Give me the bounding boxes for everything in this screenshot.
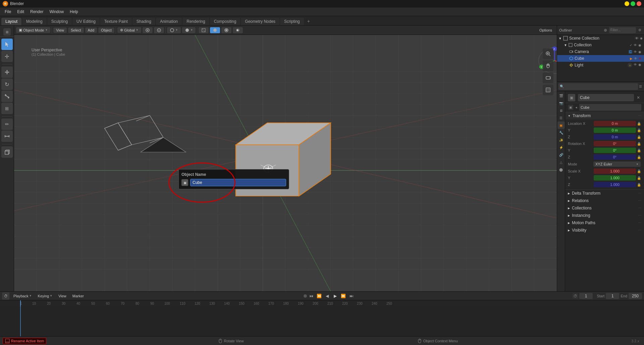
nav-ortho-view[interactable]: [543, 85, 553, 95]
tab-animation[interactable]: Animation: [156, 18, 182, 25]
tl-marker-menu[interactable]: Marker: [70, 293, 86, 299]
prop-tab-view-layer[interactable]: ☰: [557, 114, 565, 121]
outliner-collection[interactable]: ▼ Collection ✓ 👁 ◉: [557, 42, 644, 48]
prop-location-z[interactable]: 0 m: [594, 134, 636, 140]
view-menu[interactable]: View: [53, 28, 67, 33]
prop-data-type-icon[interactable]: ▣: [568, 105, 573, 110]
prop-delta-transform[interactable]: ▶ Delta Transform ⋯: [565, 190, 644, 197]
prop-scale-x-lock[interactable]: 🔒: [637, 169, 641, 174]
nav-zoom-to-selected[interactable]: [543, 48, 553, 59]
prop-location-y-lock[interactable]: 🔒: [637, 128, 641, 133]
tl-start-val[interactable]: 1: [606, 293, 619, 299]
tool-select[interactable]: [1, 39, 13, 50]
prop-rotation-z[interactable]: 0°: [594, 154, 636, 160]
viewport-options[interactable]: Options: [537, 28, 555, 33]
prop-motion-paths[interactable]: ▶ Motion Paths ⋯: [565, 219, 644, 227]
prop-tab-modifier[interactable]: 🔧: [557, 129, 565, 136]
prop-transform-header[interactable]: ▼ Transform ⋯: [565, 112, 644, 119]
prop-tab-scene[interactable]: 🎬: [557, 92, 565, 99]
outliner-search[interactable]: [609, 27, 636, 33]
tl-end-val[interactable]: 250: [629, 293, 642, 299]
timeline-tracks[interactable]: [0, 306, 644, 336]
prop-rotation-mode[interactable]: XYZ Euler ▼: [593, 161, 641, 167]
prop-data-nav[interactable]: ◄: [575, 106, 578, 109]
tl-view-menu[interactable]: View: [56, 293, 68, 299]
tab-shading[interactable]: Shading: [132, 18, 155, 25]
prop-visibility[interactable]: ▶ Visibility ⋯: [565, 227, 644, 234]
prop-rotation-x-lock[interactable]: 🔒: [637, 141, 641, 146]
tl-keying-menu[interactable]: Keying ▼: [36, 293, 55, 299]
tab-texture-paint[interactable]: Texture Paint: [100, 18, 132, 25]
tl-current-frame-icon[interactable]: ⏱: [573, 293, 578, 299]
tl-play[interactable]: ▶: [332, 292, 339, 300]
tool-add-cube[interactable]: [1, 146, 13, 158]
tool-measure[interactable]: [1, 131, 13, 142]
prop-location-y[interactable]: 0 m: [594, 128, 636, 133]
tl-play-reverse[interactable]: ◀: [324, 292, 331, 300]
prop-rotation-z-lock[interactable]: 🔒: [637, 155, 641, 159]
prop-scale-x[interactable]: 1.000: [594, 168, 636, 174]
proportional-edit[interactable]: [154, 27, 164, 33]
prop-tab-object-data[interactable]: △: [557, 158, 565, 166]
menu-help[interactable]: Help: [67, 9, 81, 15]
prop-tab-constraints[interactable]: 🔗: [557, 151, 565, 158]
prop-tab-output[interactable]: 🖥: [557, 107, 565, 114]
tab-geometry-nodes[interactable]: Geometry Nodes: [241, 18, 279, 25]
menu-file[interactable]: File: [2, 9, 14, 15]
tool-transform[interactable]: ⊞: [1, 103, 13, 114]
tool-cursor[interactable]: ✛: [1, 51, 13, 62]
prop-tab-render[interactable]: 📷: [557, 99, 565, 107]
minimize-button[interactable]: [625, 1, 629, 6]
prop-scale-z-lock[interactable]: 🔒: [637, 182, 641, 187]
tl-step-forward[interactable]: ⏩: [340, 292, 347, 300]
menu-edit[interactable]: Edit: [14, 9, 27, 15]
outliner-filter[interactable]: ⊕: [602, 27, 608, 33]
properties-search[interactable]: [558, 83, 638, 90]
timeline-type-selector[interactable]: ⏱: [2, 292, 9, 300]
object-name-input[interactable]: [190, 179, 286, 186]
tool-move[interactable]: [1, 66, 13, 78]
nav-hand[interactable]: [543, 60, 553, 71]
add-menu[interactable]: Add: [85, 28, 97, 33]
tool-rotate[interactable]: ↻: [1, 79, 13, 90]
prop-rotation-y-lock[interactable]: 🔒: [637, 148, 641, 153]
rename-active-item-button[interactable]: Rename Active Item: [3, 338, 46, 344]
nav-camera-view[interactable]: [543, 72, 553, 83]
close-button[interactable]: [637, 1, 641, 6]
prop-location-x[interactable]: 0 m: [594, 121, 636, 126]
prop-object-name-field[interactable]: [578, 94, 634, 101]
tab-rendering[interactable]: Rendering: [182, 18, 209, 25]
frame-indicator[interactable]: 1: [579, 293, 593, 299]
prop-name-lock[interactable]: ✕: [635, 95, 641, 101]
tab-scripting[interactable]: Scripting: [280, 18, 304, 25]
material-shading[interactable]: [221, 27, 231, 33]
select-menu[interactable]: Select: [68, 28, 84, 33]
overlay-toggle[interactable]: ▼: [167, 27, 181, 33]
tab-compositing[interactable]: Compositing: [210, 18, 240, 25]
props-settings[interactable]: ☰: [638, 84, 643, 89]
prop-instancing[interactable]: ▶ Instancing ⋯: [565, 212, 644, 219]
solid-shading[interactable]: [210, 27, 220, 33]
prop-rotation-y[interactable]: 0°: [594, 148, 636, 153]
tl-jump-start[interactable]: ⏮: [308, 292, 315, 300]
tab-sculpting[interactable]: Sculpting: [47, 18, 72, 25]
prop-tab-physics[interactable]: ⚡: [557, 144, 565, 151]
tool-annotate[interactable]: ✏: [1, 118, 13, 130]
rendered-shading[interactable]: [233, 27, 243, 33]
add-workspace-button[interactable]: +: [305, 17, 313, 25]
scene-collection-header[interactable]: ▼ Scene Collection 👁 ◉: [557, 35, 644, 42]
prop-tab-object[interactable]: ▣: [557, 121, 565, 129]
menu-window[interactable]: Window: [47, 9, 66, 15]
prop-rotation-x[interactable]: 0°: [594, 141, 636, 146]
maximize-button[interactable]: [631, 1, 635, 6]
object-menu[interactable]: Object: [98, 28, 114, 33]
tl-jump-end[interactable]: ⏭: [348, 292, 355, 300]
prop-tab-material[interactable]: ⬤: [557, 166, 565, 173]
outliner-light[interactable]: Light ○ 👁 ◉: [557, 62, 644, 68]
prop-location-z-lock[interactable]: 🔒: [637, 135, 641, 139]
tab-modeling[interactable]: Modeling: [22, 18, 47, 25]
tab-layout[interactable]: Layout: [1, 18, 21, 25]
snap-toggle[interactable]: [143, 27, 153, 33]
prop-relations[interactable]: ▶ Relations ⋯: [565, 197, 644, 204]
transform-orientation[interactable]: ⊕ Global ▼: [117, 27, 141, 33]
